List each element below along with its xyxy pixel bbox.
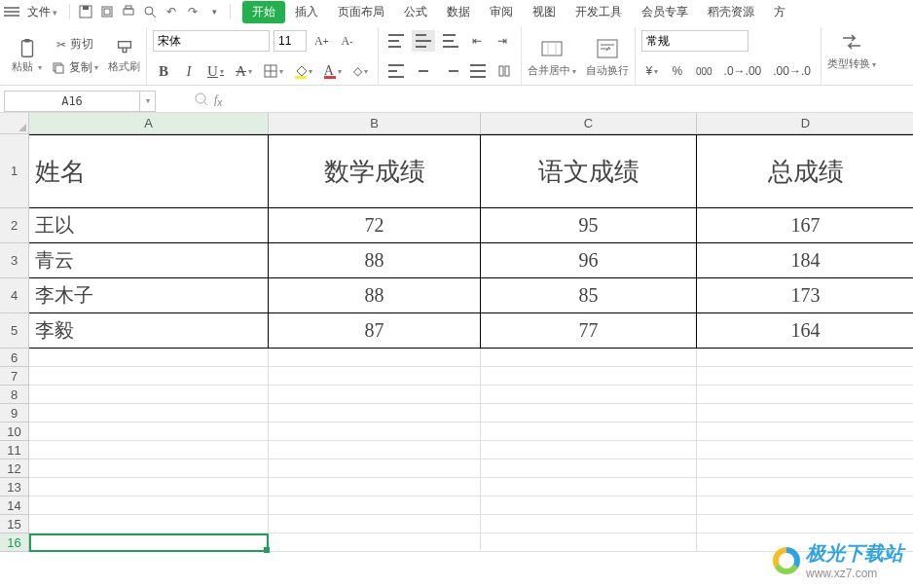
cancel-icon[interactable]	[195, 92, 208, 109]
cell[interactable]: 87	[269, 313, 481, 349]
cell[interactable]	[29, 349, 269, 367]
paste-button[interactable]	[13, 38, 42, 59]
row-header[interactable]: 11	[0, 441, 29, 459]
cell[interactable]: 语文成绩	[481, 134, 697, 208]
cell[interactable]	[697, 367, 913, 386]
preview-icon[interactable]	[140, 2, 160, 21]
cell[interactable]	[29, 515, 269, 533]
print-preview-icon[interactable]	[97, 2, 117, 21]
cell[interactable]	[481, 496, 697, 515]
row-header[interactable]: 1	[0, 134, 29, 208]
decrease-font-button[interactable]: A-	[337, 30, 358, 52]
name-box[interactable]: A16	[4, 91, 140, 112]
cell[interactable]	[697, 515, 913, 533]
cell[interactable]	[481, 441, 697, 459]
cell[interactable]: 164	[697, 313, 913, 349]
cell[interactable]	[481, 459, 697, 478]
cell[interactable]	[269, 367, 481, 386]
row-header[interactable]: 2	[0, 208, 29, 243]
cell[interactable]: 95	[481, 208, 697, 243]
cell[interactable]: 173	[697, 278, 913, 313]
cell[interactable]	[269, 386, 481, 404]
row-header[interactable]: 8	[0, 386, 29, 404]
border-button[interactable]: ▾	[260, 60, 287, 82]
cell[interactable]	[481, 515, 697, 533]
cell[interactable]: 72	[269, 208, 481, 243]
tab-insert[interactable]: 插入	[285, 1, 328, 23]
number-format-input[interactable]	[641, 30, 749, 52]
cell[interactable]: 姓名	[29, 134, 269, 208]
row-header[interactable]: 4	[0, 278, 29, 313]
copy-button[interactable]: 复制▾	[48, 57, 102, 79]
cell[interactable]: 85	[481, 278, 697, 313]
comma-button[interactable]: 000	[692, 60, 716, 82]
fill-color-button[interactable]: ▾	[291, 60, 316, 82]
bold-button[interactable]: B	[153, 60, 174, 82]
cell[interactable]	[269, 533, 481, 552]
cell[interactable]: 88	[269, 278, 481, 313]
clear-format-button[interactable]: ◇▾	[349, 60, 372, 82]
spreadsheet[interactable]: ABCD 12345678910111213141516 姓名数学成绩语文成绩总…	[0, 113, 913, 561]
orientation-button[interactable]	[493, 60, 515, 82]
increase-font-button[interactable]: A+	[310, 30, 333, 52]
name-box-dropdown[interactable]: ▾	[140, 91, 156, 112]
merge-center-button[interactable]	[537, 34, 566, 63]
italic-button[interactable]: I	[178, 60, 200, 82]
row-header[interactable]: 10	[0, 423, 29, 441]
tab-formulas[interactable]: 公式	[394, 1, 437, 23]
currency-button[interactable]: ¥▾	[641, 60, 663, 82]
cell[interactable]	[269, 515, 481, 533]
align-center-button[interactable]	[412, 60, 435, 82]
decrease-indent-button[interactable]: ⇤	[466, 30, 488, 52]
align-right-button[interactable]	[439, 60, 462, 82]
tab-review[interactable]: 审阅	[480, 1, 523, 23]
cell[interactable]	[29, 423, 269, 441]
row-header[interactable]: 3	[0, 243, 29, 278]
tab-resources[interactable]: 稻壳资源	[698, 1, 764, 23]
strikethrough-button[interactable]: A▾	[232, 60, 256, 82]
cell[interactable]	[29, 496, 269, 515]
increase-indent-button[interactable]: ⇥	[492, 30, 513, 52]
font-color-button[interactable]: A▾	[320, 60, 346, 82]
undo-icon[interactable]: ↶	[162, 2, 181, 21]
chevron-down-icon[interactable]: ▾	[204, 2, 224, 21]
cell[interactable]: 青云	[29, 243, 269, 278]
cell[interactable]	[481, 367, 697, 386]
cell[interactable]	[697, 459, 913, 478]
cell[interactable]: 王以	[29, 208, 269, 243]
cell[interactable]	[481, 533, 697, 552]
cell[interactable]	[697, 386, 913, 404]
cell[interactable]	[697, 404, 913, 423]
justify-button[interactable]	[466, 60, 490, 82]
tab-more[interactable]: 方	[764, 1, 795, 23]
cell[interactable]	[697, 349, 913, 367]
cell[interactable]	[269, 478, 481, 496]
align-bottom-button[interactable]	[439, 30, 462, 52]
cell[interactable]: 96	[481, 243, 697, 278]
cell[interactable]	[481, 349, 697, 367]
percent-button[interactable]: %	[667, 60, 688, 82]
cell[interactable]	[697, 423, 913, 441]
font-name-input[interactable]	[153, 30, 270, 52]
column-header[interactable]: B	[269, 113, 481, 134]
underline-button[interactable]: U▾	[203, 60, 228, 82]
cell[interactable]	[697, 441, 913, 459]
cell[interactable]	[29, 478, 269, 496]
align-left-button[interactable]	[384, 60, 408, 82]
row-header[interactable]: 14	[0, 496, 29, 515]
align-middle-button[interactable]	[412, 30, 435, 52]
font-size-input[interactable]	[274, 30, 307, 52]
fx-icon[interactable]: fx	[214, 92, 222, 108]
cell[interactable]: 数学成绩	[269, 134, 481, 208]
cell[interactable]	[697, 478, 913, 496]
cell[interactable]	[29, 386, 269, 404]
column-header[interactable]: D	[697, 113, 913, 134]
row-header[interactable]: 13	[0, 478, 29, 496]
cell[interactable]: 总成绩	[697, 134, 913, 208]
cell[interactable]	[269, 441, 481, 459]
cell[interactable]	[269, 349, 481, 367]
cell[interactable]	[269, 423, 481, 441]
row-header[interactable]: 7	[0, 367, 29, 386]
cell[interactable]	[29, 367, 269, 386]
wrap-text-button[interactable]	[593, 34, 622, 63]
